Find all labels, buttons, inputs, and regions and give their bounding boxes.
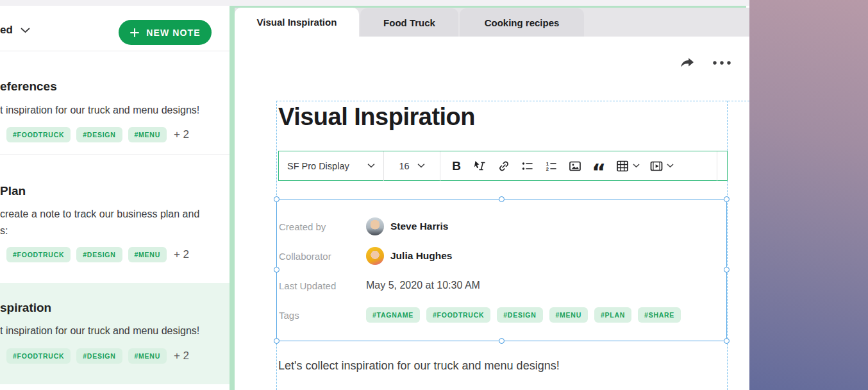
selection-dashed-border [276, 101, 749, 101]
meta-row-collaborator: Collaborator Julia Hughes [279, 241, 721, 271]
last-updated-value: May 5, 2020 at 10:30 AM [366, 280, 480, 291]
editor-panel: Visual Inspiration Food Truck Cooking re… [235, 8, 749, 390]
tag-chip[interactable]: #PLAN [594, 307, 631, 323]
italic-cursor-button[interactable] [473, 158, 487, 174]
video-button[interactable] [649, 158, 674, 174]
more-options-button[interactable] [712, 60, 731, 65]
tag-chip[interactable]: #MENU [128, 127, 167, 142]
share-button[interactable] [679, 56, 696, 69]
note-snippet: create a note to track our business plan… [0, 208, 199, 220]
selection-handle[interactable] [724, 196, 730, 202]
tag-chip[interactable]: #MENU [128, 247, 167, 262]
bold-button[interactable]: B [449, 158, 463, 174]
bulleted-list-button[interactable] [521, 158, 535, 174]
sort-dropdown-label: ed [0, 24, 13, 37]
meta-row-last-updated: Last Updated May 5, 2020 at 10:30 AM [279, 271, 721, 300]
meta-label: Collaborator [279, 251, 366, 262]
tab-food-truck[interactable]: Food Truck [360, 8, 458, 37]
note-snippet: s: [0, 225, 8, 237]
plus-icon [129, 28, 140, 38]
bold-icon: B [452, 159, 461, 173]
tag-chip[interactable]: #MENU [128, 348, 167, 364]
tab-cooking-recipes[interactable]: Cooking recipes [460, 8, 584, 37]
tag-chip[interactable]: #MENU [549, 307, 588, 323]
selection-handle[interactable] [724, 267, 730, 273]
chevron-down-icon [367, 164, 375, 168]
share-icon [679, 56, 696, 69]
chevron-down-icon [667, 164, 674, 168]
font-family-select[interactable]: SF Pro Display [279, 161, 383, 171]
note-meta-table[interactable]: Created by Steve Harris Collaborator Jul… [276, 199, 727, 341]
meta-row-tags: Tags #TAGNAME #FOODTRUCK #DESIGN #MENU #… [279, 300, 721, 330]
image-icon [568, 159, 582, 173]
chevron-down-icon [633, 164, 640, 168]
bulleted-list-icon [521, 159, 535, 173]
link-button[interactable] [497, 158, 511, 174]
meta-label: Last Updated [279, 280, 366, 291]
note-list-item-selected[interactable]: spiration t inspiration for our truck an… [0, 283, 230, 384]
new-note-label: NEW NOTE [146, 28, 200, 38]
chevron-down-icon [21, 28, 30, 33]
desktop-wallpaper [749, 0, 868, 390]
meta-person: Steve Harris [366, 217, 448, 235]
tag-chip[interactable]: #FOODTRUCK [6, 348, 71, 364]
note-tags: #FOODTRUCK #DESIGN #MENU + 2 [6, 127, 189, 142]
person-name: Julia Hughes [390, 250, 452, 262]
meta-label: Created by [279, 221, 366, 232]
note-body-paragraph[interactable]: Let's collect inspiration for our truck … [278, 359, 560, 373]
meta-tags: #TAGNAME #FOODTRUCK #DESIGN #MENU #PLAN … [366, 307, 681, 323]
tag-chip[interactable]: #FOODTRUCK [426, 307, 490, 323]
selection-handle[interactable] [499, 196, 505, 202]
sort-dropdown[interactable]: ed [0, 24, 30, 37]
font-family-value: SF Pro Display [287, 161, 349, 171]
person-name: Steve Harris [390, 221, 448, 232]
font-size-value: 16 [399, 161, 409, 171]
formatting-toolbar: SF Pro Display 16 B12“ [278, 151, 728, 181]
table-icon [615, 159, 630, 173]
tag-overflow-count: + 2 [174, 248, 189, 261]
selection-handle[interactable] [499, 338, 505, 344]
toolbar-tail [717, 151, 727, 181]
tag-chip[interactable]: #DESIGN [497, 307, 542, 323]
avatar [366, 217, 384, 235]
note-actions [679, 56, 731, 69]
note-title: eferences [0, 80, 57, 94]
tag-chip[interactable]: #TAGNAME [366, 307, 420, 323]
note-title-heading[interactable]: Visual Inspiration [278, 103, 475, 131]
tag-chip[interactable]: #SHARE [638, 307, 681, 323]
image-button[interactable] [568, 158, 582, 174]
tag-chip[interactable]: #FOODTRUCK [6, 127, 71, 142]
avatar [366, 247, 384, 265]
meta-row-created-by: Created by Steve Harris [279, 212, 721, 241]
tag-chip[interactable]: #DESIGN [76, 247, 122, 262]
font-size-select[interactable]: 16 [384, 161, 440, 171]
note-snippet: t inspiration for our truck and menu des… [0, 105, 199, 116]
note-title: spiration [0, 301, 51, 315]
new-note-button[interactable]: NEW NOTE [119, 20, 212, 45]
note-list-item[interactable]: Plan create a note to track our business… [0, 155, 230, 283]
tag-chip[interactable]: #FOODTRUCK [6, 247, 71, 262]
selection-handle[interactable] [274, 196, 280, 202]
selection-handle[interactable] [724, 338, 730, 344]
italic-cursor-icon [473, 159, 487, 173]
table-button[interactable] [615, 158, 640, 174]
selection-handle[interactable] [274, 338, 280, 344]
numbered-list-button[interactable]: 12 [544, 158, 558, 174]
link-icon [497, 159, 511, 173]
meta-label: Tags [279, 310, 366, 321]
notes-sidebar: ed NEW NOTE eferences t inspiration for … [0, 6, 230, 390]
selection-dashed-border [727, 101, 728, 390]
toolbar-icons: B12“ [440, 158, 683, 174]
note-title: Plan [0, 184, 26, 198]
tag-chip[interactable]: #DESIGN [76, 348, 122, 364]
tag-chip[interactable]: #DESIGN [76, 127, 122, 142]
tab-visual-inspiration[interactable]: Visual Inspiration [235, 8, 359, 37]
note-tags: #FOODTRUCK #DESIGN #MENU + 2 [6, 247, 189, 262]
blockquote-button[interactable]: “ [592, 158, 606, 174]
note-list-item[interactable]: eferences t inspiration for our truck an… [0, 51, 230, 154]
tab-bar: Visual Inspiration Food Truck Cooking re… [235, 8, 749, 37]
window-top-strip [0, 0, 749, 6]
tag-overflow-count: + 2 [174, 128, 189, 141]
svg-text:2: 2 [546, 165, 549, 171]
video-icon [649, 159, 664, 173]
